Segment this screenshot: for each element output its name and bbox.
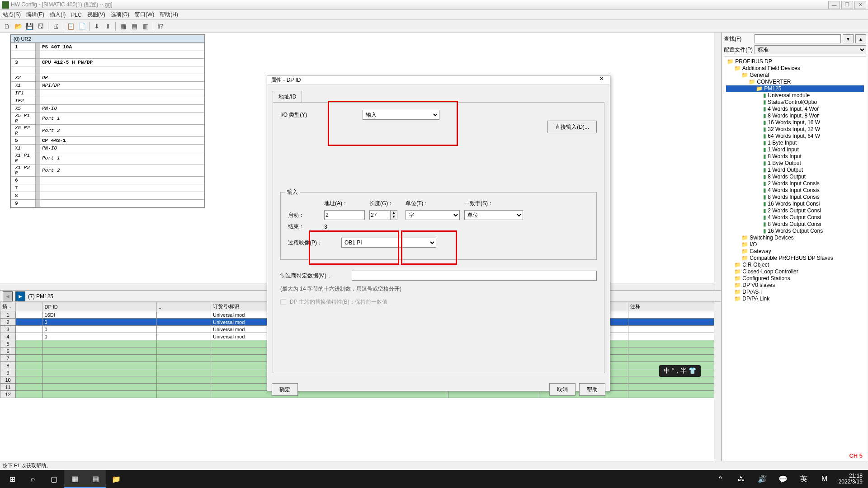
- tree-node[interactable]: 1 Byte Output: [726, 160, 864, 167]
- tree-node[interactable]: 2 Words Input Consis: [726, 180, 864, 187]
- catalog-icon[interactable]: ▤: [129, 21, 139, 31]
- find-up-button[interactable]: ▲: [855, 34, 866, 43]
- rack-row[interactable]: 3CPU 412-5 H PN/DP: [11, 59, 204, 66]
- tree-node[interactable]: Status/Control(Optio: [726, 99, 864, 106]
- print-icon[interactable]: 🖨: [51, 21, 61, 31]
- tree-node[interactable]: Compatible PROFIBUS DP Slaves: [726, 255, 864, 262]
- rack-row[interactable]: 7: [11, 184, 204, 192]
- tree-node[interactable]: 8 Words Output: [726, 174, 864, 180]
- rack-row[interactable]: X1 P1 RPort 1: [11, 152, 204, 164]
- taskbar-app-2[interactable]: ▦: [85, 470, 106, 488]
- procimg-select[interactable]: OB1 PI: [341, 238, 436, 248]
- tree-node[interactable]: 64 Words Input, 64 W: [726, 133, 864, 140]
- tree-node[interactable]: 16 Words Output Cons: [726, 228, 864, 235]
- rack-row[interactable]: [11, 66, 204, 74]
- tree-node[interactable]: Universal module: [726, 92, 864, 99]
- tree-node[interactable]: CONVERTER: [726, 79, 864, 85]
- tree-node[interactable]: 1 Byte Input: [726, 140, 864, 146]
- back-button[interactable]: ◄: [3, 291, 13, 301]
- help-button[interactable]: 帮助: [579, 383, 605, 396]
- tree-node[interactable]: DP/PA Link: [726, 296, 864, 302]
- menu-item[interactable]: PLC: [71, 12, 81, 18]
- tray-ime-icon[interactable]: 英: [793, 470, 814, 488]
- rack-row[interactable]: [11, 51, 204, 59]
- find-down-button[interactable]: ▼: [843, 34, 854, 43]
- cancel-button[interactable]: 取消: [549, 383, 576, 396]
- tray-keyboard-icon[interactable]: M: [814, 470, 835, 488]
- rack-row[interactable]: IF1: [11, 89, 204, 97]
- unit-select[interactable]: 字: [406, 210, 460, 220]
- consistency-select[interactable]: 单位: [464, 210, 523, 220]
- tree-node[interactable]: 4 Words Input Consis: [726, 187, 864, 194]
- menu-item[interactable]: 帮助(H): [160, 11, 178, 19]
- tree-node[interactable]: PM125: [726, 85, 864, 92]
- copy-icon[interactable]: 📋: [66, 21, 75, 31]
- menu-item[interactable]: 视图(V): [87, 11, 105, 19]
- tray-chevron-icon[interactable]: ^: [710, 470, 731, 488]
- download-icon[interactable]: ⬇: [92, 21, 102, 31]
- tree-node[interactable]: Closed-Loop Controller: [726, 268, 864, 275]
- rack-row[interactable]: 6: [11, 177, 204, 184]
- rack-window[interactable]: (0) UR2 1PS 407 10A3CPU 412-5 H PN/DPX2D…: [10, 34, 205, 208]
- tree-node[interactable]: 1 Word Input: [726, 146, 864, 153]
- ime-badge[interactable]: 中 °，半 👕: [659, 365, 701, 377]
- tree-node[interactable]: 8 Words Input, 8 Wor: [726, 113, 864, 119]
- close-button[interactable]: ✕: [854, 1, 866, 9]
- menu-item[interactable]: 插入(I): [50, 11, 66, 19]
- scrollbar-vertical[interactable]: [714, 33, 721, 290]
- direct-input-button[interactable]: 直接输入(D)...: [547, 121, 597, 133]
- rack-row[interactable]: X1 P2 RPort 2: [11, 164, 204, 177]
- tree-node[interactable]: 4 Words Input, 4 Wor: [726, 106, 864, 113]
- rack-row[interactable]: X5PN-IO: [11, 105, 204, 113]
- maximize-button[interactable]: ❐: [841, 1, 853, 9]
- tree-node[interactable]: Switching Devices: [726, 235, 864, 241]
- rack-row[interactable]: IF2: [11, 97, 204, 105]
- profile-select[interactable]: 标准: [755, 45, 866, 54]
- search-icon[interactable]: ⌕: [23, 470, 43, 488]
- tree-node[interactable]: 8 Words Input Consis: [726, 194, 864, 201]
- find-input[interactable]: [755, 34, 841, 43]
- scrollbar-vertical[interactable]: [714, 302, 721, 471]
- tree-node[interactable]: 16 Words Input, 16 W: [726, 119, 864, 126]
- rack-row[interactable]: X5 P2 RPort 2: [11, 125, 204, 137]
- taskbar-clock[interactable]: 21:182022/3/19: [835, 472, 866, 486]
- tray-network-icon[interactable]: 🖧: [731, 470, 752, 488]
- open-icon[interactable]: 📂: [13, 21, 23, 31]
- menu-item[interactable]: 站点(S): [3, 11, 21, 19]
- rack-row[interactable]: 1PS 407 10A: [11, 43, 204, 51]
- tree-node[interactable]: 8 Words Output Consi: [726, 221, 864, 228]
- tree-node[interactable]: General: [726, 72, 864, 79]
- tree-node[interactable]: PROFIBUS DP: [726, 58, 864, 65]
- dialog-close-icon[interactable]: ✕: [597, 75, 606, 84]
- address-input[interactable]: [324, 210, 365, 220]
- taskbar-app-1[interactable]: ▦: [64, 470, 85, 488]
- help-icon[interactable]: ℹ?: [156, 21, 165, 31]
- rack-row[interactable]: 5CP 443-1: [11, 137, 204, 145]
- tree-node[interactable]: 4 Words Output Consi: [726, 214, 864, 221]
- tree-node[interactable]: I/O: [726, 241, 864, 248]
- tree-node[interactable]: DP/AS-i: [726, 289, 864, 296]
- tree-node[interactable]: 2 Words Output Consi: [726, 207, 864, 214]
- forward-button[interactable]: ►: [15, 291, 25, 301]
- ok-button[interactable]: 确定: [272, 383, 298, 396]
- menu-item[interactable]: 编辑(E): [26, 11, 44, 19]
- tree-node[interactable]: Gateway: [726, 248, 864, 255]
- tray-volume-icon[interactable]: 🔊: [752, 470, 773, 488]
- tree-node[interactable]: Additional Field Devices: [726, 65, 864, 72]
- new-icon[interactable]: 🗋: [2, 21, 12, 31]
- length-input[interactable]: [369, 210, 390, 220]
- menu-item[interactable]: 选项(O): [111, 11, 129, 19]
- rack-row[interactable]: 8: [11, 192, 204, 200]
- spin-up-icon[interactable]: ▲▼: [390, 210, 397, 220]
- explorer-icon[interactable]: 📁: [106, 470, 127, 488]
- menu-item[interactable]: 窗口(W): [135, 11, 154, 19]
- rack-row[interactable]: X1PN-IO: [11, 145, 204, 152]
- tree-node[interactable]: 1 Word Output: [726, 167, 864, 174]
- catalog-tree[interactable]: PROFIBUS DPAdditional Field DevicesGener…: [724, 56, 866, 469]
- rack-row[interactable]: X2DP: [11, 74, 204, 82]
- mfg-data-input[interactable]: [352, 271, 597, 281]
- tree-node[interactable]: Configured Stations: [726, 275, 864, 282]
- tree-node[interactable]: DP V0 slaves: [726, 282, 864, 289]
- upload-icon[interactable]: ⬆: [103, 21, 113, 31]
- tab-address-id[interactable]: 地址/ID: [273, 91, 302, 103]
